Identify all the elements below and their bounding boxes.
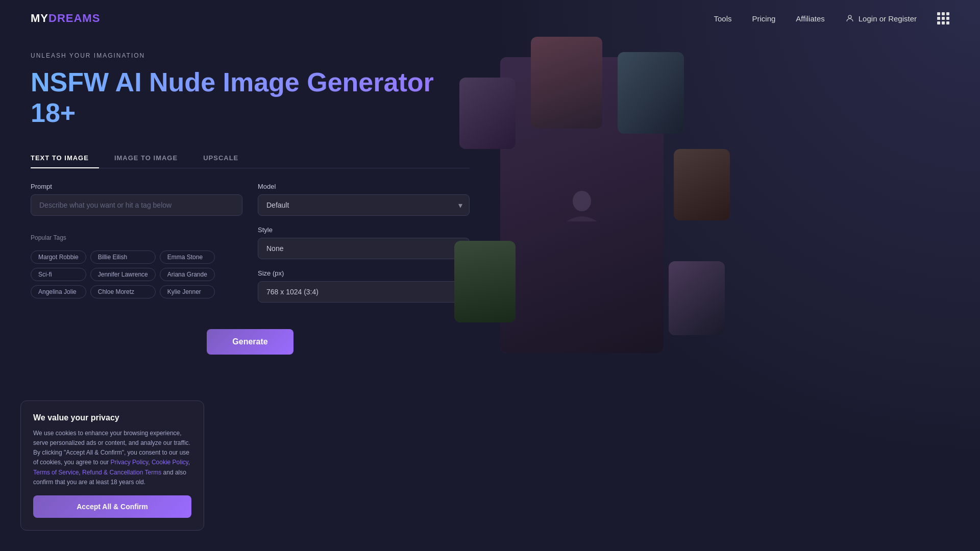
nav-pricing[interactable]: Pricing: [752, 14, 775, 23]
tag-emma-stone[interactable]: Emma Stone: [160, 251, 215, 264]
tab-image-to-image[interactable]: IMAGE TO IMAGE: [114, 149, 188, 168]
nav-affiliates[interactable]: Affiliates: [796, 14, 824, 23]
model-select-wrapper: Default: [258, 194, 470, 216]
cookie-terms-link[interactable]: Terms of Service: [33, 469, 79, 476]
style-group: Style None: [258, 226, 470, 259]
cookie-title: We value your privacy: [33, 413, 191, 422]
hero-subtitle: UNLEASH YOUR IMAGINATION: [31, 52, 470, 59]
tag-ariana-grande[interactable]: Ariana Grande: [160, 268, 215, 281]
tag-angelina-jolie[interactable]: Angelina Jolie: [31, 285, 86, 298]
logo-dreams: DREAMS: [48, 12, 100, 25]
hero-title: NSFW AI Nude Image Generator 18+: [31, 67, 470, 129]
login-label: Login or Register: [859, 14, 917, 23]
tag-billie-eilish[interactable]: Billie Eilish: [90, 251, 156, 264]
cookie-comma2: ,: [188, 459, 190, 466]
style-select-wrapper: None: [258, 238, 470, 259]
tags-grid: Margot Robbie Billie Eilish Emma Stone S…: [31, 251, 215, 298]
style-select[interactable]: None: [258, 238, 470, 259]
model-label: Model: [258, 183, 470, 190]
gallery-image-right-mid: [674, 149, 730, 220]
navbar: MYDREAMS Tools Pricing Affiliates Login …: [0, 0, 980, 37]
right-form-col: Style None Size (px) 768 x 1024 (3:4): [258, 226, 470, 303]
logo-my: MY: [31, 12, 48, 25]
right-panel: [470, 47, 949, 506]
model-group: Model Default: [258, 183, 470, 216]
tag-sci-fi[interactable]: Sci-fi: [31, 268, 86, 281]
cookie-refund-link[interactable]: Refund & Cancellation Terms: [82, 469, 161, 476]
gallery-image-top-right: [618, 52, 684, 134]
tag-margot-robbie[interactable]: Margot Robbie: [31, 251, 86, 264]
size-select-wrapper: 768 x 1024 (3:4): [258, 281, 470, 303]
cookie-accept-button[interactable]: Accept All & Confirm: [33, 495, 191, 518]
generate-section: Generate: [31, 317, 470, 355]
tag-chloe-moretz[interactable]: Chloe Moretz: [90, 285, 156, 298]
tab-upscale[interactable]: UPSCALE: [203, 149, 249, 168]
svg-point-1: [573, 191, 591, 211]
nav-tools[interactable]: Tools: [714, 14, 731, 23]
form: Prompt Model Default Popular Tags Margot…: [31, 183, 470, 355]
grid-icon[interactable]: [937, 12, 949, 24]
prompt-input[interactable]: [31, 194, 242, 216]
tags-section: Popular Tags Margot Robbie Billie Eilish…: [31, 234, 242, 303]
model-select[interactable]: Default: [258, 194, 470, 216]
logo[interactable]: MYDREAMS: [31, 12, 100, 25]
cookie-privacy-link[interactable]: Privacy Policy: [110, 459, 148, 466]
cookie-body: We use cookies to enhance your browsing …: [33, 429, 191, 487]
cookie-comma1: ,: [148, 459, 152, 466]
cookie-policy-link[interactable]: Cookie Policy: [152, 459, 188, 466]
prompt-label: Prompt: [31, 183, 242, 190]
gallery-image-bottom-left: [454, 241, 516, 322]
style-label: Style: [258, 226, 470, 234]
nav-links: Tools Pricing Affiliates Login or Regist…: [714, 12, 949, 24]
svg-point-0: [848, 15, 851, 18]
size-label: Size (px): [258, 269, 470, 277]
cookie-banner: We value your privacy We use cookies to …: [20, 400, 204, 531]
size-select[interactable]: 768 x 1024 (3:4): [258, 281, 470, 303]
prompt-group: Prompt: [31, 183, 242, 216]
gallery-placeholder-icon: [561, 185, 602, 226]
user-icon: [845, 14, 854, 23]
nav-auth[interactable]: Login or Register: [845, 14, 917, 23]
popular-tags-label: Popular Tags: [31, 234, 242, 241]
generate-button[interactable]: Generate: [207, 329, 293, 355]
tag-jennifer-lawrence[interactable]: Jennifer Lawrence: [90, 268, 156, 281]
tab-text-to-image[interactable]: TEXT TO IMAGE: [31, 149, 99, 168]
gallery-image-top-center: [531, 37, 602, 129]
tabs-container: TEXT TO IMAGE IMAGE TO IMAGE UPSCALE: [31, 149, 470, 168]
gallery-image-bottom-right: [669, 261, 725, 335]
size-group: Size (px) 768 x 1024 (3:4): [258, 269, 470, 303]
tag-kylie-jenner[interactable]: Kylie Jenner: [160, 285, 215, 298]
gallery-image-top-left: [459, 78, 516, 149]
